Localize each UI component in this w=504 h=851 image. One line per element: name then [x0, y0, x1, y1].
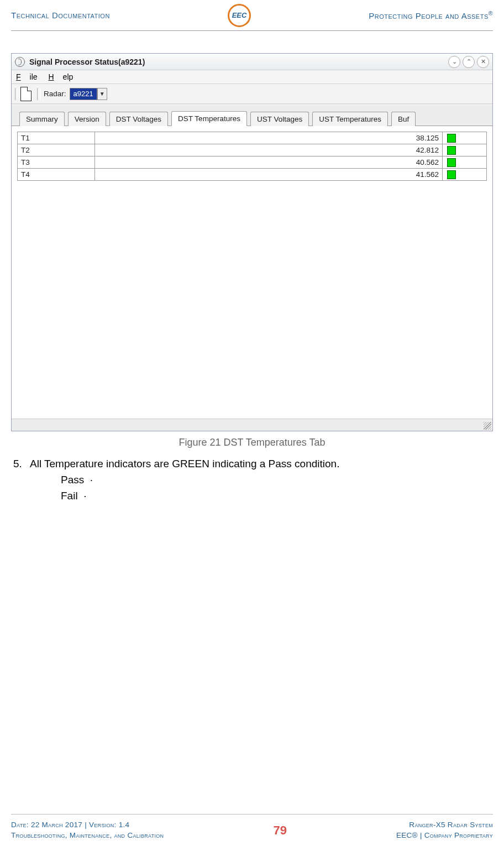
toolbar: Radar: a9221 ▼: [12, 84, 492, 104]
table-row: T138.125: [18, 132, 487, 144]
table-row: T340.562: [18, 156, 487, 169]
page-header: Technical Documentation EEC Protecting P…: [11, 0, 493, 31]
fail-label: Fail: [61, 490, 78, 502]
row-value: 40.562: [95, 156, 443, 169]
eec-logo: EEC: [228, 4, 251, 27]
table-row: T242.812: [18, 144, 487, 156]
tab-summary[interactable]: Summary: [19, 112, 65, 126]
radar-label: Radar:: [44, 90, 66, 98]
menu-help[interactable]: Help: [48, 72, 73, 81]
page-footer: Date: 22 March 2017 | Version: 1.4 Troub…: [11, 814, 493, 841]
maximize-icon[interactable]: ⌃: [463, 56, 475, 68]
tab-version[interactable]: Version: [68, 112, 106, 126]
step-text: All Temperature indicators are GREEN ind…: [30, 458, 339, 469]
menu-file[interactable]: File: [16, 72, 38, 81]
header-left-text: Technical Documentation: [11, 11, 110, 20]
new-document-icon[interactable]: [20, 87, 32, 101]
status-indicator-icon: [447, 158, 456, 167]
row-name: T4: [18, 169, 95, 181]
status-indicator-icon: [447, 134, 456, 143]
grip-handle-icon[interactable]: [15, 88, 18, 100]
table-container: T138.125T242.812T340.562T441.562: [12, 126, 492, 419]
tab-ust-temperatures[interactable]: UST Temperatures: [312, 112, 388, 126]
row-value: 42.812: [95, 144, 443, 156]
page-number: 79: [273, 823, 286, 838]
grip-handle-icon[interactable]: [37, 88, 40, 100]
window-titlebar[interactable]: Signal Processor Status(a9221) ⌄ ⌃ ✕: [12, 54, 492, 70]
close-icon[interactable]: ✕: [477, 56, 489, 68]
figure-caption: Figure 21 DST Temperatures Tab: [11, 437, 493, 448]
tab-dst-voltages[interactable]: DST Voltages: [109, 112, 168, 126]
chevron-down-icon[interactable]: ▼: [97, 88, 107, 100]
tabstrip: SummaryVersionDST VoltagesDST Temperatur…: [12, 104, 492, 126]
header-right-text: Protecting People and Assets®: [369, 10, 493, 20]
pass-label: Pass: [61, 474, 84, 485]
row-indicator-cell: [443, 156, 487, 169]
window-title: Signal Processor Status(a9221): [29, 58, 446, 66]
row-name: T1: [18, 132, 95, 144]
row-indicator-cell: [443, 169, 487, 181]
row-value: 38.125: [95, 132, 443, 144]
step-block: 5. All Temperature indicators are GREEN …: [11, 456, 493, 504]
row-value: 41.562: [95, 169, 443, 181]
menubar: File Help: [12, 70, 492, 84]
app-window: Signal Processor Status(a9221) ⌄ ⌃ ✕ Fil…: [11, 53, 493, 431]
footer-left: Date: 22 March 2017 | Version: 1.4 Troub…: [11, 820, 164, 841]
table-row: T441.562: [18, 169, 487, 181]
minimize-icon[interactable]: ⌄: [448, 56, 460, 68]
app-icon: [15, 57, 25, 67]
step-number: 5.: [13, 456, 22, 472]
footer-right: Ranger-X5 Radar System EEC® | Company Pr…: [396, 820, 493, 841]
temperature-table: T138.125T242.812T340.562T441.562: [17, 132, 487, 181]
row-indicator-cell: [443, 132, 487, 144]
status-indicator-icon: [447, 170, 456, 179]
row-indicator-cell: [443, 144, 487, 156]
row-name: T2: [18, 144, 95, 156]
table-empty-area: [17, 181, 487, 413]
statusbar: [12, 419, 492, 431]
screenshot-wrapper: Signal Processor Status(a9221) ⌄ ⌃ ✕ Fil…: [11, 53, 493, 504]
radar-select[interactable]: a9221: [70, 88, 97, 100]
tab-ust-voltages[interactable]: UST Voltages: [250, 112, 309, 126]
tab-dst-temperatures[interactable]: DST Temperatures: [171, 111, 247, 126]
status-indicator-icon: [447, 146, 456, 155]
resize-grip-icon[interactable]: [484, 422, 491, 430]
row-name: T3: [18, 156, 95, 169]
tab-buf[interactable]: Buf: [391, 112, 416, 126]
